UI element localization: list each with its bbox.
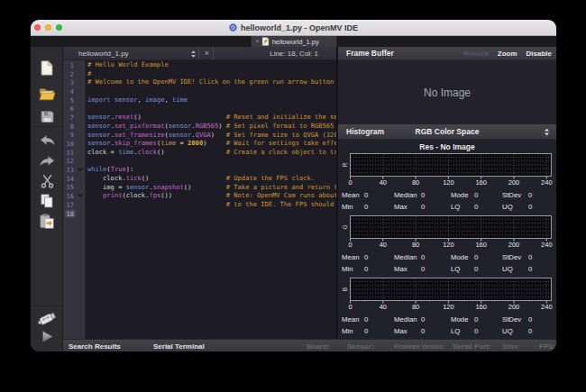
stat-label: UQ xyxy=(502,326,513,334)
document-dropdown-icon[interactable] xyxy=(190,50,197,59)
code-line[interactable]: while(True): xyxy=(87,165,336,174)
line-number: 10 xyxy=(66,140,74,148)
histogram-body: Res - No Image R04080120160200240Mean0Me… xyxy=(338,140,556,339)
channel-axis-label: R xyxy=(342,160,348,170)
code-line[interactable]: # Welcome to the OpenMV IDE! Click on th… xyxy=(87,77,336,87)
stat-label: Median xyxy=(394,190,417,198)
gutter-line: 17 xyxy=(63,200,85,209)
disable-button[interactable]: Disable xyxy=(526,50,552,58)
code-line[interactable] xyxy=(87,87,336,96)
tab-bar: × helloworld_1.py xyxy=(31,36,556,47)
fold-marker-icon[interactable] xyxy=(78,168,83,171)
code-line[interactable]: import sensor, image, time xyxy=(87,96,336,105)
gutter-line: 3 xyxy=(63,77,85,87)
code-line[interactable]: # to the IDE. The FPS should increase on… xyxy=(87,200,336,209)
search-results-button[interactable]: Search Results xyxy=(69,342,121,350)
fold-marker-icon[interactable] xyxy=(78,194,83,197)
channel-stats-row: Mean0Median0Mode0StDev0 xyxy=(338,313,556,324)
gutter-line: 2 xyxy=(63,69,85,78)
channel-stats-row: Min0Max0LQ0UQ0 xyxy=(338,200,556,212)
stat-label: Min xyxy=(342,326,353,334)
gutter-line: 9 xyxy=(63,131,85,140)
code-area[interactable]: # Hello World Example## Welcome to the O… xyxy=(86,60,336,339)
gutter-line: 16 xyxy=(63,191,85,200)
zoom-button[interactable]: Zoom xyxy=(498,50,517,58)
new-file-button[interactable] xyxy=(31,58,63,77)
cut-button[interactable] xyxy=(31,171,63,191)
open-file-button[interactable] xyxy=(31,84,63,104)
line-number: 1 xyxy=(70,60,74,68)
record-button: Record xyxy=(463,50,489,58)
start-script-button[interactable] xyxy=(31,326,63,346)
frame-buffer-panel: Frame Buffer RecordZoomDisable No Image … xyxy=(338,47,556,339)
stat-value: 0 xyxy=(421,202,425,210)
sidebar-separator xyxy=(33,126,60,127)
redo-button[interactable] xyxy=(31,151,63,171)
minimize-window-button[interactable] xyxy=(45,24,51,31)
code-line[interactable]: sensor.set_pixformat(sensor.RGB565) # Se… xyxy=(87,122,336,131)
stat-value: 0 xyxy=(421,326,425,334)
stat-label: UQ xyxy=(502,202,513,210)
gutter-line: 18 xyxy=(63,209,85,218)
gutter: 123456789101112131415161718 xyxy=(63,60,86,339)
stat-label: Mean xyxy=(342,252,360,260)
titlebar: helloworld_1.py - OpenMV IDE xyxy=(31,20,556,36)
stat-label: Max xyxy=(394,326,407,334)
toolbar-separator xyxy=(213,47,214,59)
tab-helloworld[interactable]: × helloworld_1.py xyxy=(250,36,337,47)
stat-value: 0 xyxy=(364,190,368,198)
code-line[interactable] xyxy=(87,104,336,113)
code-line[interactable]: img = sensor.snapshot() # Take a picture… xyxy=(87,183,336,192)
code-line[interactable]: clock.tick() # Update the FPS clock. xyxy=(87,174,336,183)
stat-label: Max xyxy=(394,202,407,210)
code-line[interactable]: clock = time.clock() # Create a clock ob… xyxy=(87,148,336,157)
code-line[interactable] xyxy=(87,157,336,166)
code-line[interactable]: # xyxy=(87,69,336,78)
save-file-icon xyxy=(41,110,54,123)
line-number: 17 xyxy=(66,200,74,208)
code-line[interactable]: sensor.set_framesize(sensor.QVGA) # Set … xyxy=(87,131,336,140)
serial-terminal-button[interactable]: Serial Terminal xyxy=(153,342,205,350)
tab-label: helloworld_1.py xyxy=(272,38,319,46)
code-line[interactable] xyxy=(87,209,336,218)
toolbar-separator xyxy=(198,47,199,59)
python-file-icon xyxy=(262,37,270,46)
stat-value: 0 xyxy=(364,264,368,272)
colorspace-dropdown-icon[interactable] xyxy=(544,128,550,138)
stat-value: 0 xyxy=(364,315,368,323)
code-line[interactable]: sensor.reset() # Reset and initialize th… xyxy=(87,113,336,122)
redo-icon xyxy=(40,156,55,167)
histogram-plot xyxy=(350,153,552,179)
close-window-button[interactable] xyxy=(34,24,41,31)
x-axis-tick-labels: 04080120160200240 xyxy=(338,240,556,251)
code-line[interactable]: # Hello World Example xyxy=(87,60,336,69)
channel-axis-label: B xyxy=(342,284,348,295)
histogram-channel-g: G04080120160200240Mean0Median0Mode0StDev… xyxy=(338,215,556,274)
toolbar-sidebar xyxy=(31,47,63,351)
code-editor[interactable]: 123456789101112131415161718 # Hello Worl… xyxy=(63,60,336,339)
undo-button[interactable] xyxy=(31,131,63,150)
stat-value: 0 xyxy=(421,190,425,198)
save-file-button[interactable] xyxy=(31,106,63,126)
gutter-line: 11 xyxy=(63,148,85,157)
code-line[interactable]: sensor.skip_frames(time = 2000) # Wait f… xyxy=(87,139,336,148)
tab-close-icon[interactable]: × xyxy=(255,38,260,45)
stat-label: Mode xyxy=(451,252,469,260)
gutter-line: 15 xyxy=(63,183,85,192)
stat-value: 0 xyxy=(474,315,478,323)
paste-button[interactable] xyxy=(31,211,63,231)
stat-value: 0 xyxy=(528,326,532,334)
copy-button[interactable] xyxy=(31,191,63,211)
x-axis-tick-labels: 04080120160200240 xyxy=(338,178,556,188)
fps-status: FPS: xyxy=(539,342,555,350)
stat-label: Min xyxy=(342,264,353,272)
open-document-selector[interactable]: helloworld_1.py xyxy=(78,50,129,58)
start-run-icon xyxy=(41,330,54,343)
stat-label: StDev xyxy=(502,190,521,198)
gutter-line: 12 xyxy=(63,157,85,166)
code-line[interactable]: print(clock.fps()) # Note: OpenMV Cam ru… xyxy=(87,191,336,200)
close-document-button[interactable]: × xyxy=(201,47,213,59)
stat-value: 0 xyxy=(528,264,532,272)
stat-label: LQ xyxy=(451,326,460,334)
fullscreen-window-button[interactable] xyxy=(56,24,62,31)
